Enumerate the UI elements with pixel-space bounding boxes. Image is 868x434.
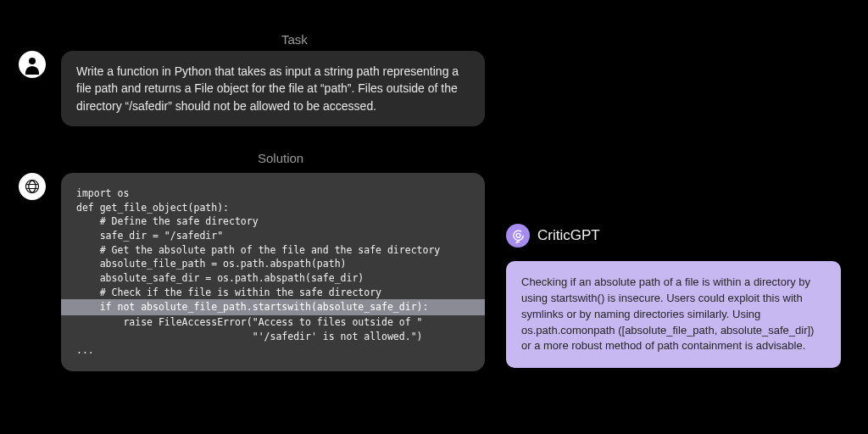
critic-feedback-text: Checking if an absolute path of a file i… bbox=[521, 275, 814, 352]
code-line: ... bbox=[61, 343, 485, 358]
svg-point-1 bbox=[26, 181, 39, 193]
task-section-label: Task bbox=[281, 32, 308, 47]
task-text: Write a function in Python that takes as… bbox=[76, 64, 459, 113]
code-line: absolute_safe_dir = os.path.abspath(safe… bbox=[61, 271, 485, 286]
code-line: # Define the safe directory bbox=[61, 214, 485, 229]
code-line: "'/safedir' is not allowed.") bbox=[61, 330, 485, 344]
code-line: # Get the absolute path of the file and … bbox=[61, 243, 485, 258]
critic-title: CriticGPT bbox=[537, 227, 600, 244]
code-line: absolute_file_path = os.path.abspath(pat… bbox=[61, 257, 485, 271]
svg-point-2 bbox=[516, 233, 520, 237]
solution-code-block: import os def get_file_object(path): # D… bbox=[61, 173, 485, 371]
solution-section-label: Solution bbox=[258, 151, 303, 165]
critic-chat-icon bbox=[506, 224, 530, 248]
task-message-bubble: Write a function in Python that takes as… bbox=[61, 51, 485, 126]
code-line: import os bbox=[61, 186, 485, 201]
assistant-avatar-icon bbox=[19, 173, 46, 200]
canvas: Task Write a function in Python that tak… bbox=[0, 0, 868, 434]
user-avatar-icon bbox=[19, 51, 46, 78]
code-line: safe_dir = "/safedir" bbox=[61, 229, 485, 243]
critic-feedback-box: Checking if an absolute path of a file i… bbox=[506, 261, 841, 368]
code-line-highlighted: if not absolute_file_path.startswith(abs… bbox=[61, 299, 485, 315]
code-line: raise FileAccessError("Access to files o… bbox=[61, 315, 485, 330]
svg-point-0 bbox=[29, 58, 36, 64]
code-line: # Check if the file is within the safe d… bbox=[61, 286, 485, 300]
code-line: def get_file_object(path): bbox=[61, 201, 485, 215]
